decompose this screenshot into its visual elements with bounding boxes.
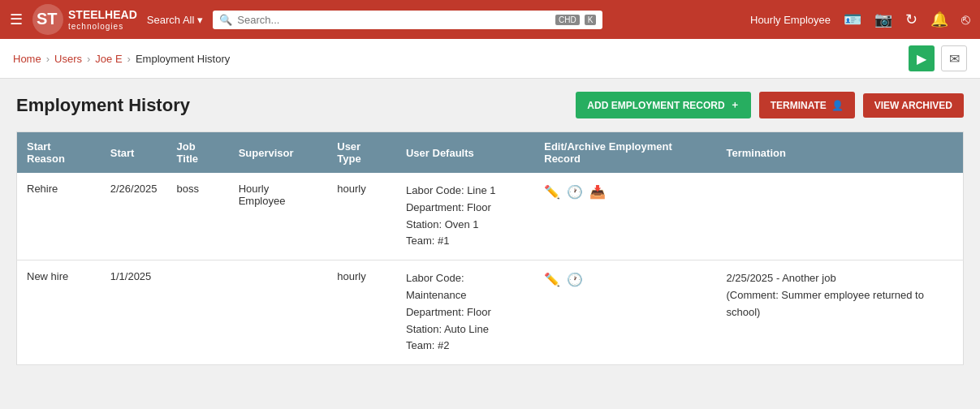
edit-icon[interactable]: ✏️ [544, 272, 560, 287]
add-employment-label: ADD EMPLOYMENT RECORD [587, 100, 724, 111]
col-job-title: Job Title [167, 132, 229, 174]
add-employment-record-button[interactable]: ADD EMPLOYMENT RECORD ＋ [576, 92, 750, 118]
cell-edit-archive: ✏️ 🕐 [534, 260, 716, 365]
row-edit-actions: ✏️ 🕐 [544, 270, 706, 287]
logo-title: STEELHEAD [68, 8, 137, 22]
cell-supervisor [229, 260, 328, 365]
nav-right: Hourly Employee 🪪 📷 ↻ 🔔 ⎋ [750, 11, 970, 28]
cell-start: 1/1/2025 [101, 260, 167, 365]
logout-icon[interactable]: ⎋ [961, 11, 970, 28]
cell-supervisor: Hourly Employee [229, 173, 328, 260]
cell-job-title [167, 260, 229, 365]
mail-button[interactable]: ✉ [941, 45, 967, 71]
breadcrumb-sep-1: › [46, 53, 50, 65]
main-content: Employment History ADD EMPLOYMENT RECORD… [0, 79, 980, 378]
col-start: Start [101, 132, 167, 174]
refresh-icon[interactable]: ↻ [905, 11, 917, 28]
camera-icon[interactable]: 📷 [874, 11, 892, 28]
cell-user-defaults: Labor Code: MaintenanceDepartment: Floor… [396, 260, 534, 365]
search-all-button[interactable]: Search All ▾ [147, 14, 204, 26]
user-badge-icon[interactable]: 🪪 [844, 11, 861, 28]
page-title: Employment History [16, 95, 190, 116]
row-edit-actions: ✏️ 🕐 📥 [544, 183, 706, 200]
cell-start-reason: Rehire [17, 173, 101, 260]
breadcrumb-sep-3: › [127, 53, 131, 65]
edit-icon[interactable]: ✏️ [544, 184, 560, 200]
cell-user-type: hourly [327, 260, 396, 365]
cell-start: 2/26/2025 [101, 173, 167, 260]
cell-user-defaults: Labor Code: Line 1Department: FloorStati… [396, 173, 534, 260]
logo-svg: ST [32, 4, 63, 35]
bell-icon[interactable]: 🔔 [930, 11, 948, 28]
col-user-defaults: User Defaults [396, 132, 534, 174]
search-icon: 🔍 [219, 14, 232, 26]
search-input[interactable] [237, 14, 550, 26]
logo-subtitle: technologies [68, 22, 137, 31]
top-navigation: ☰ ST STEELHEAD technologies Search All ▾… [0, 0, 980, 39]
col-supervisor: Supervisor [229, 132, 328, 174]
search-tag-chd: CHD [555, 15, 580, 25]
cell-job-title: boss [167, 173, 229, 260]
breadcrumb: Home › Users › Joe E › Employment Histor… [13, 53, 230, 65]
menu-icon[interactable]: ☰ [10, 11, 23, 28]
table-body: Rehire 2/26/2025 boss Hourly Employee ho… [17, 173, 964, 365]
search-bar: 🔍 CHD K [213, 11, 602, 29]
col-user-type: User Type [327, 132, 396, 174]
table-row: Rehire 2/26/2025 boss Hourly Employee ho… [17, 173, 964, 260]
chevron-down-icon: ▾ [197, 14, 203, 26]
history-icon[interactable]: 🕐 [567, 184, 583, 200]
breadcrumb-current: Employment History [136, 53, 230, 65]
employment-history-table: Start Reason Start Job Title Supervisor … [16, 131, 964, 365]
terminate-icon: 👤 [831, 100, 844, 111]
breadcrumb-sep-2: › [87, 53, 90, 65]
cell-termination [716, 173, 963, 260]
col-termination: Termination [716, 132, 963, 174]
terminate-button[interactable]: TERMINATE 👤 [759, 92, 855, 118]
cell-user-type: hourly [327, 173, 396, 260]
cell-start-reason: New hire [17, 260, 101, 365]
terminate-label: TERMINATE [771, 100, 827, 111]
col-start-reason: Start Reason [17, 132, 101, 174]
cell-termination: 2/25/2025 - Another job(Comment: Summer … [716, 260, 963, 365]
plus-icon: ＋ [730, 98, 740, 112]
svg-text:ST: ST [37, 10, 58, 28]
table-row: New hire 1/1/2025 hourly Labor Code: Mai… [17, 260, 964, 365]
breadcrumb-bar: Home › Users › Joe E › Employment Histor… [0, 39, 980, 79]
cell-edit-archive: ✏️ 🕐 📥 [534, 173, 716, 260]
header-actions: ADD EMPLOYMENT RECORD ＋ TERMINATE 👤 [576, 92, 854, 118]
archive-icon[interactable]: 📥 [589, 184, 606, 200]
view-archived-label: VIEW ARCHIVED [874, 100, 952, 111]
history-icon[interactable]: 🕐 [567, 272, 583, 287]
breadcrumb-users[interactable]: Users [54, 53, 82, 65]
breadcrumb-person[interactable]: Joe E [95, 53, 122, 65]
search-tag-k: K [585, 15, 597, 25]
logo: ST STEELHEAD technologies [32, 4, 137, 35]
breadcrumb-actions: ▶ ✉ [909, 45, 967, 71]
breadcrumb-home[interactable]: Home [13, 53, 41, 65]
table-header: Start Reason Start Job Title Supervisor … [17, 132, 964, 174]
nav-user-name: Hourly Employee [750, 14, 831, 26]
page-header: Employment History ADD EMPLOYMENT RECORD… [16, 92, 964, 118]
view-archived-button[interactable]: VIEW ARCHIVED [863, 93, 964, 118]
col-edit-archive: Edit/Archive Employment Record [534, 132, 716, 174]
play-button[interactable]: ▶ [909, 45, 935, 71]
search-all-label: Search All [147, 14, 195, 26]
